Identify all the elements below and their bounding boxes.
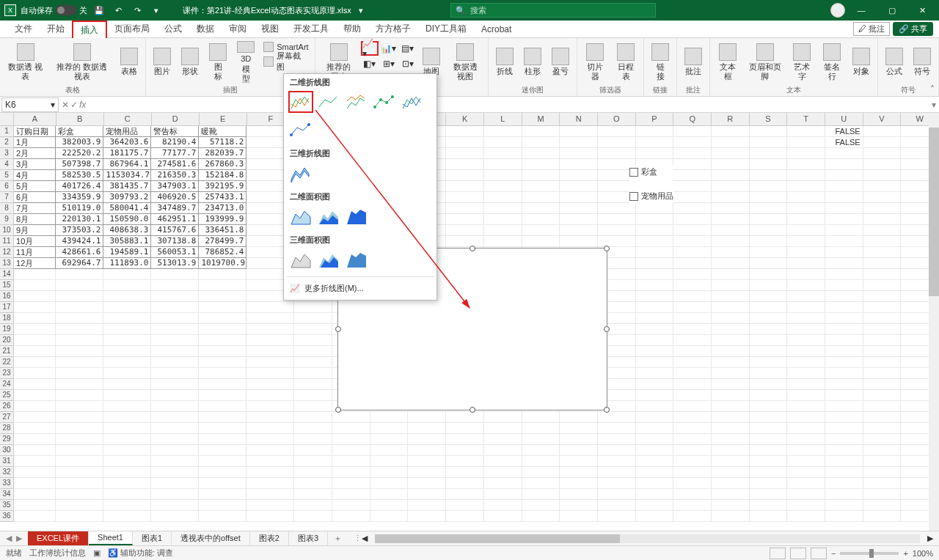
cell[interactable] <box>598 489 636 500</box>
cell[interactable]: 274581.6 <box>151 159 199 170</box>
cell[interactable] <box>14 456 56 467</box>
cell[interactable] <box>14 346 56 357</box>
column-header[interactable]: A <box>14 113 56 126</box>
cell[interactable] <box>712 236 750 247</box>
ribbon-tab-3[interactable]: 页面布局 <box>107 21 157 37</box>
signature-button[interactable]: 签名行 <box>818 40 847 85</box>
cell[interactable] <box>750 489 788 500</box>
cell[interactable] <box>484 456 522 467</box>
cell[interactable] <box>446 489 484 500</box>
cell[interactable] <box>750 313 788 324</box>
ribbon-tab-0[interactable]: 文件 <box>7 21 40 37</box>
cell[interactable] <box>787 170 825 181</box>
cell[interactable]: 2月 <box>14 148 56 159</box>
cell[interactable] <box>151 412 199 423</box>
cell[interactable] <box>712 445 750 456</box>
cell[interactable] <box>825 379 863 390</box>
cell[interactable] <box>484 500 522 511</box>
cell[interactable] <box>151 423 199 434</box>
cell[interactable] <box>636 368 674 379</box>
cell[interactable]: 152184.8 <box>199 170 246 181</box>
cell[interactable] <box>151 291 199 302</box>
cell[interactable] <box>103 324 151 335</box>
cell[interactable] <box>294 500 332 511</box>
cell[interactable]: 暖靴 <box>199 126 246 137</box>
cell[interactable] <box>636 302 674 313</box>
cell[interactable] <box>14 357 56 368</box>
cell[interactable] <box>598 203 636 214</box>
cell[interactable] <box>673 467 712 478</box>
cell[interactable]: 462951.1 <box>151 214 199 225</box>
cell[interactable] <box>712 192 750 203</box>
cell[interactable] <box>294 467 332 478</box>
cell[interactable]: 278499.7 <box>199 236 246 247</box>
cell[interactable] <box>151 500 199 511</box>
cell[interactable] <box>636 423 674 434</box>
cell[interactable] <box>56 357 103 368</box>
cell[interactable] <box>446 181 484 192</box>
line-chart-type-1[interactable] <box>288 91 313 113</box>
cell[interactable] <box>712 181 750 192</box>
cell[interactable] <box>750 247 788 258</box>
cell[interactable] <box>56 511 103 522</box>
cell[interactable] <box>825 434 863 445</box>
cell[interactable] <box>522 500 560 511</box>
cell[interactable]: 582530.5 <box>56 170 103 181</box>
cell[interactable] <box>484 434 522 445</box>
cell[interactable] <box>522 434 560 445</box>
cell[interactable] <box>636 335 674 346</box>
cell[interactable] <box>294 357 332 368</box>
cell[interactable] <box>560 489 598 500</box>
cell[interactable] <box>750 445 788 456</box>
row-header[interactable]: 2 <box>0 137 14 148</box>
cell[interactable]: 222520.2 <box>56 148 103 159</box>
cell[interactable] <box>151 269 199 280</box>
cell[interactable] <box>825 346 863 357</box>
cell[interactable] <box>825 478 863 489</box>
cell[interactable] <box>294 401 332 412</box>
cell[interactable] <box>863 148 902 159</box>
cell[interactable] <box>787 445 825 456</box>
cell[interactable] <box>787 192 825 203</box>
cell[interactable] <box>246 368 294 379</box>
cell[interactable] <box>712 214 750 225</box>
cell[interactable] <box>750 126 788 137</box>
cell[interactable] <box>636 225 674 236</box>
cell[interactable]: 364203.6 <box>103 137 151 148</box>
row-header[interactable]: 1 <box>0 126 14 137</box>
cell[interactable] <box>673 137 712 148</box>
ribbon-tab-4[interactable]: 公式 <box>157 21 189 37</box>
column-chart-dropdown[interactable]: 📊▾ <box>380 41 398 56</box>
row-header[interactable]: 18 <box>0 313 14 324</box>
row-header[interactable]: 27 <box>0 412 14 423</box>
recommended-pivot-button[interactable]: 推荐的 数据透视表 <box>49 40 114 85</box>
cell[interactable] <box>199 302 246 313</box>
shapes-button[interactable]: 形状 <box>177 40 203 85</box>
cell[interactable] <box>636 511 674 522</box>
ribbon-tab-6[interactable]: 审阅 <box>222 21 254 37</box>
cell[interactable]: 406920.5 <box>151 192 199 203</box>
cell[interactable]: 373503.2 <box>56 225 103 236</box>
cell[interactable] <box>750 379 788 390</box>
cell[interactable] <box>863 401 902 412</box>
cell[interactable] <box>56 489 103 500</box>
cell[interactable] <box>199 335 246 346</box>
cell[interactable] <box>246 379 294 390</box>
cell[interactable] <box>825 500 863 511</box>
cell[interactable] <box>825 467 863 478</box>
cell[interactable] <box>712 467 750 478</box>
cell[interactable] <box>863 324 902 335</box>
cell[interactable] <box>863 181 902 192</box>
cell[interactable] <box>787 258 825 269</box>
cell[interactable]: 507398.7 <box>56 159 103 170</box>
cell[interactable] <box>750 192 788 203</box>
cell[interactable] <box>294 379 332 390</box>
cell[interactable] <box>522 203 560 214</box>
cell[interactable] <box>636 456 674 467</box>
cell[interactable] <box>246 346 294 357</box>
cell[interactable] <box>294 324 332 335</box>
cell[interactable] <box>103 357 151 368</box>
cell[interactable] <box>294 434 332 445</box>
cell[interactable] <box>560 192 598 203</box>
cell[interactable] <box>484 412 522 423</box>
